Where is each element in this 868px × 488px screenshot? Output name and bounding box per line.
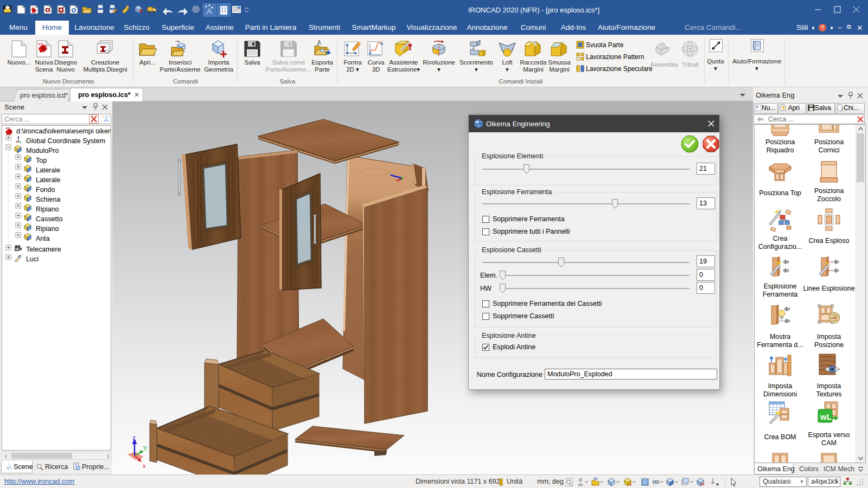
svg-text:z: z xyxy=(132,434,136,442)
svg-text:wL: wL xyxy=(820,412,832,421)
svg-text:?: ? xyxy=(821,24,824,31)
svg-text:Y: Y xyxy=(143,445,148,452)
svg-text:x: x xyxy=(143,463,146,469)
